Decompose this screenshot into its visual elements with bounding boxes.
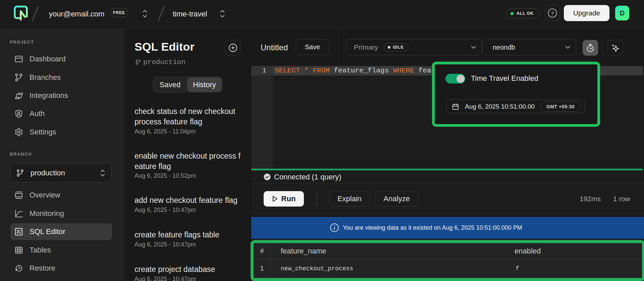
svg-text:?: ?	[551, 10, 554, 16]
